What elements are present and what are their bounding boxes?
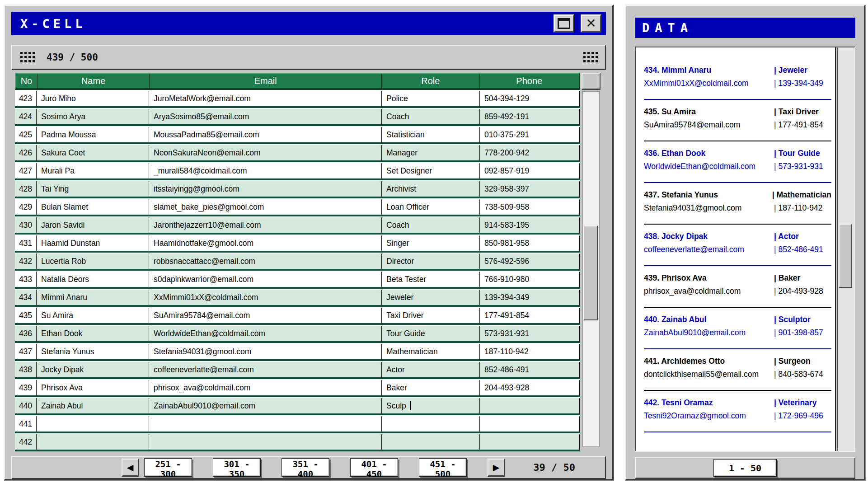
- cell-phone[interactable]: 187-110-942: [479, 344, 580, 359]
- cell-name[interactable]: Sakura Coet: [36, 145, 149, 160]
- data-scrollbar[interactable]: [837, 47, 854, 451]
- cell-name[interactable]: Tai Ying: [36, 181, 149, 197]
- cell-name[interactable]: [36, 434, 149, 450]
- cell-name[interactable]: Jaron Savidi: [36, 217, 149, 233]
- cell-email[interactable]: phrisox_ava@coldmail.com: [149, 380, 381, 395]
- cell-no[interactable]: 441: [15, 416, 36, 432]
- cell-phone[interactable]: [479, 434, 580, 450]
- cell-name[interactable]: Haamid Dunstan: [36, 235, 149, 251]
- cell-email[interactable]: SuAmira95784@email.com: [149, 308, 381, 323]
- range-button[interactable]: 1 - 50: [713, 459, 777, 477]
- data-scrollbar-thumb[interactable]: [839, 224, 852, 288]
- cell-email[interactable]: [149, 434, 381, 450]
- cell-phone[interactable]: 204-493-928: [479, 380, 580, 395]
- cell-phone[interactable]: 738-509-958: [479, 199, 580, 215]
- cell-role[interactable]: Set Designer: [381, 163, 479, 178]
- cell-no[interactable]: 435: [15, 308, 36, 323]
- cell-no[interactable]: 436: [15, 326, 36, 341]
- cell-email[interactable]: AryaSosimo85@email.com: [149, 109, 381, 124]
- cell-phone[interactable]: 576-492-596: [479, 253, 580, 269]
- cell-role[interactable]: Coach: [381, 217, 479, 233]
- cell-role[interactable]: Tour Guide: [381, 326, 479, 341]
- cell-email[interactable]: itsstaiyingg@gmool.com: [149, 181, 381, 197]
- cell-no[interactable]: 431: [15, 235, 36, 251]
- cell-no[interactable]: 428: [15, 181, 36, 197]
- page-button-401-450[interactable]: 401 - 450: [350, 458, 398, 477]
- cell-name[interactable]: Murali Pa: [36, 163, 149, 178]
- scrollbar-thumb[interactable]: [583, 225, 598, 320]
- cell-email[interactable]: ZainabAbul9010@email.com: [149, 398, 381, 413]
- cell-email[interactable]: MoussaPadma85@email.com: [149, 127, 381, 142]
- cell-phone[interactable]: [479, 416, 580, 432]
- cell-name[interactable]: Zainab Abul: [36, 398, 149, 413]
- cell-role[interactable]: Manager: [381, 145, 479, 160]
- cell-email[interactable]: [149, 416, 381, 432]
- cell-no[interactable]: 439: [15, 380, 36, 395]
- cell-name[interactable]: Stefania Yunus: [36, 344, 149, 359]
- cell-phone[interactable]: 092-857-919: [479, 163, 580, 178]
- cell-name[interactable]: Natalia Deors: [36, 272, 149, 287]
- cell-phone[interactable]: 139-394-349: [479, 290, 580, 305]
- page-button-451-500[interactable]: 451 - 500: [419, 458, 467, 477]
- cell-no[interactable]: 434: [15, 290, 36, 305]
- cell-no[interactable]: 424: [15, 109, 36, 124]
- prev-page-button[interactable]: ◀: [122, 459, 139, 477]
- cell-email[interactable]: JuroMetalWork@email.com: [149, 91, 381, 106]
- cell-no[interactable]: 429: [15, 199, 36, 215]
- cell-email[interactable]: Jaronthejazzerr10@email.com: [149, 217, 381, 233]
- cell-no[interactable]: 437: [15, 344, 36, 359]
- cell-phone[interactable]: 850-981-958: [479, 235, 580, 251]
- cell-email[interactable]: slamet_bake_pies@gmool.com: [149, 199, 381, 215]
- cell-no[interactable]: 423: [15, 91, 36, 106]
- cell-role[interactable]: Police: [381, 91, 479, 106]
- data-titlebar[interactable]: DATA: [635, 18, 855, 38]
- page-button-351-400[interactable]: 351 - 400: [282, 458, 329, 477]
- cell-no[interactable]: 432: [15, 253, 36, 269]
- table-scrollbar[interactable]: [582, 73, 601, 447]
- cell-email[interactable]: Haamidnotfake@gmool.com: [149, 235, 381, 251]
- page-button-301-350[interactable]: 301 - 350: [213, 458, 261, 477]
- cell-role[interactable]: Statistician: [381, 127, 479, 142]
- cell-name[interactable]: [36, 416, 149, 432]
- cell-email[interactable]: _murali584@coldmail.com: [149, 163, 381, 178]
- cell-phone[interactable]: 329-958-397: [479, 181, 580, 197]
- cell-role[interactable]: Sculp: [381, 398, 479, 413]
- maximize-button[interactable]: [554, 14, 574, 33]
- cell-no[interactable]: 430: [15, 217, 36, 233]
- cell-email[interactable]: s0dapinkwarrior@email.com: [149, 272, 381, 287]
- cell-phone[interactable]: 766-910-980: [479, 272, 580, 287]
- close-button[interactable]: ✕: [581, 14, 601, 33]
- cell-email[interactable]: NeonSakuraNeon@email.com: [149, 145, 381, 160]
- cell-phone[interactable]: 504-394-129: [479, 91, 580, 106]
- page-button-251-300[interactable]: 251 - 300: [144, 458, 192, 477]
- cell-email[interactable]: XxMimmi01xX@coldmail.com: [149, 290, 381, 305]
- cell-role[interactable]: Archivist: [381, 181, 479, 197]
- cell-name[interactable]: Mimmi Anaru: [36, 290, 149, 305]
- cell-no[interactable]: 426: [15, 145, 36, 160]
- cell-role[interactable]: Baker: [381, 380, 479, 395]
- scrollbar-track[interactable]: [582, 91, 600, 447]
- cell-phone[interactable]: 573-931-931: [479, 326, 580, 341]
- cell-name[interactable]: Juro Miho: [36, 91, 149, 106]
- cell-role[interactable]: [381, 416, 479, 432]
- cell-role[interactable]: Coach: [381, 109, 479, 124]
- cell-phone[interactable]: 914-583-195: [479, 217, 580, 233]
- cell-phone[interactable]: 177-491-854: [479, 308, 580, 323]
- cell-role[interactable]: Mathematician: [381, 344, 479, 359]
- cell-name[interactable]: Ethan Dook: [36, 326, 149, 341]
- cell-phone[interactable]: [479, 398, 580, 413]
- cell-role[interactable]: Jeweler: [381, 290, 479, 305]
- xcell-titlebar[interactable]: X-CELL ✕: [11, 12, 606, 35]
- cell-no[interactable]: 433: [15, 272, 36, 287]
- cell-name[interactable]: Su Amira: [36, 308, 149, 323]
- cell-phone[interactable]: 859-492-191: [479, 109, 580, 124]
- cell-name[interactable]: Sosimo Arya: [36, 109, 149, 124]
- cell-email[interactable]: robbsnaccattacc@email.com: [149, 253, 381, 269]
- cell-name[interactable]: Bulan Slamet: [36, 199, 149, 215]
- next-page-button[interactable]: ▶: [488, 459, 505, 477]
- cell-role[interactable]: Actor: [381, 362, 479, 377]
- cell-name[interactable]: Phrisox Ava: [36, 380, 149, 395]
- cell-email[interactable]: WorldwideEthan@coldmail.com: [149, 326, 381, 341]
- cell-role[interactable]: Taxi Driver: [381, 308, 479, 323]
- cell-no[interactable]: 442: [15, 434, 36, 450]
